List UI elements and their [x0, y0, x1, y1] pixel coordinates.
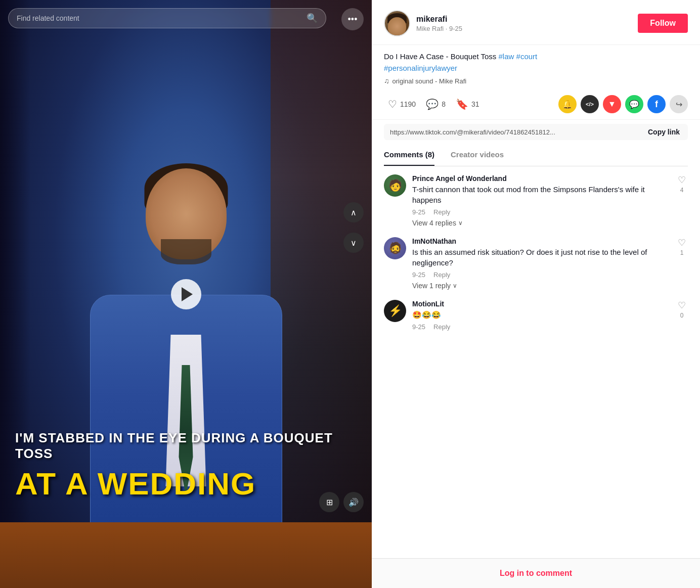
more-options-button[interactable]: •••	[341, 8, 364, 30]
share-forward-button[interactable]: ↪	[670, 95, 688, 113]
hashtag-law[interactable]: #law	[499, 52, 514, 61]
sound-info: ♫ original sound - Mike Rafi	[384, 77, 688, 85]
comment-3-text: 🤩😂😂	[412, 309, 670, 320]
heart-icon: ♡	[388, 98, 397, 110]
comment-1-view-replies-button[interactable]: View 4 replies ∨	[412, 219, 463, 227]
grid-view-button[interactable]: ⊞	[319, 492, 339, 512]
chevron-down-2-icon: ∨	[453, 282, 457, 289]
comment-1-body: Prince Angel of Wonderland T-shirt canno…	[412, 174, 670, 227]
username-label: mikerafi	[416, 15, 638, 24]
sound-icon: 🔊	[348, 497, 359, 507]
sound-label: original sound - Mike Rafi	[392, 77, 467, 85]
person-beard	[161, 239, 211, 264]
comment-1-text: T-shirt cannon that took out mod from th…	[412, 184, 670, 205]
bookmark-action[interactable]: 🔖 31	[452, 95, 484, 113]
right-panel: mikerafi Mike Rafi · 9-25 Follow Do I Ha…	[372, 0, 700, 588]
comment-2-like-count: 1	[680, 249, 684, 256]
comment-1-like-count: 4	[680, 187, 684, 194]
grid-icon: ⊞	[326, 497, 333, 507]
share-whatsapp-button[interactable]: 💬	[625, 95, 643, 113]
avatar-face	[388, 17, 406, 35]
comment-2: 🧔 ImNotNathan Is this an assumed risk si…	[384, 237, 688, 290]
comment-1: 🧑 Prince Angel of Wonderland T-shirt can…	[384, 174, 688, 227]
comment-1-avatar: 🧑	[384, 174, 406, 197]
comment-2-meta: 9-25 Reply	[412, 271, 670, 279]
comment-3-avatar-img: ⚡	[388, 304, 402, 318]
comment-3-like-count: 0	[680, 312, 684, 319]
comment-3-meta: 9-25 Reply	[412, 323, 670, 331]
tabs: Comments (8) Creator videos	[384, 144, 688, 166]
bookmarks-count: 31	[471, 100, 479, 108]
comment-1-meta: 9-25 Reply	[412, 208, 670, 216]
comment-3-username: MotionLit	[412, 300, 670, 308]
search-button[interactable]: 🔍	[307, 13, 318, 24]
comment-3: ⚡ MotionLit 🤩😂😂 9-25 Reply ♡ 0	[384, 300, 688, 331]
user-info: mikerafi Mike Rafi · 9-25	[416, 15, 638, 32]
view-replies-1-label: View 4 replies	[412, 219, 456, 227]
search-bar[interactable]: 🔍	[8, 8, 326, 28]
copy-link-button[interactable]: Copy link	[646, 128, 682, 136]
view-replies-2-label: View 1 reply	[412, 282, 451, 290]
comment-1-avatar-img: 🧑	[384, 174, 406, 197]
comment-1-heart-icon: ♡	[678, 174, 686, 186]
whatsapp-icon: 💬	[629, 100, 639, 109]
comment-2-like[interactable]: ♡ 1	[676, 237, 688, 290]
facebook-icon: f	[655, 99, 658, 110]
hashtag-court[interactable]: #court	[516, 52, 538, 61]
down-arrow-icon: ∨	[351, 238, 357, 248]
comment-2-username: ImNotNathan	[412, 237, 670, 245]
person-suit	[90, 295, 282, 548]
likes-count: 1190	[400, 100, 416, 108]
code-icon: </>	[586, 101, 594, 107]
comment-1-reply-button[interactable]: Reply	[433, 208, 450, 216]
follow-button[interactable]: Follow	[638, 14, 688, 33]
comment-3-like[interactable]: ♡ 0	[676, 300, 688, 331]
avatar	[384, 10, 410, 36]
chevron-down-icon: ∨	[458, 219, 463, 227]
search-input[interactable]	[17, 14, 307, 22]
comment-icon: 💬	[426, 98, 439, 110]
login-to-comment-button[interactable]: Log in to comment	[500, 569, 572, 578]
share-icons: 🔔 </> ▼ 💬 f ↪	[558, 95, 688, 113]
play-button[interactable]	[171, 279, 201, 309]
video-text-lower: AT A WEDDING	[15, 468, 357, 500]
post-description: Do I Have A Case - Bouquet Toss #law #co…	[372, 45, 700, 91]
comment-1-date: 9-25	[412, 208, 425, 216]
comment-3-reply-button[interactable]: Reply	[433, 323, 450, 331]
comment-2-avatar-img: 🧔	[384, 237, 406, 259]
more-dots-icon: •••	[348, 14, 358, 25]
comment-3-avatar: ⚡	[384, 300, 406, 322]
comment-3-date: 9-25	[412, 323, 425, 331]
comment-2-date: 9-25	[412, 271, 425, 279]
share-code-button[interactable]: </>	[581, 95, 599, 113]
like-action[interactable]: ♡ 1190	[384, 95, 420, 113]
comment-2-view-replies-button[interactable]: View 1 reply ∨	[412, 282, 457, 290]
video-text-upper: I'M STABBED IN THE EYE DURING A BOUQUET …	[15, 430, 357, 462]
share-notification-button[interactable]: 🔔	[558, 95, 577, 113]
comment-2-heart-icon: ♡	[678, 237, 686, 248]
hashtag-personalinjurylawyer[interactable]: #personalinjurylawyer	[384, 64, 457, 72]
tab-creator-videos[interactable]: Creator videos	[451, 144, 504, 166]
tiktok-icon: ▼	[608, 100, 616, 109]
comment-2-text: Is this an assumed risk situation? Or do…	[412, 247, 670, 268]
comment-2-reply-button[interactable]: Reply	[433, 271, 450, 279]
comments-section: 🧑 Prince Angel of Wonderland T-shirt can…	[372, 166, 700, 558]
link-text: https://www.tiktok.com/@mikerafi/video/7…	[390, 128, 642, 136]
post-title: Do I Have A Case - Bouquet Toss #law #co…	[384, 51, 688, 74]
person-head	[146, 168, 227, 259]
login-footer: Log in to comment	[372, 558, 700, 588]
up-arrow-icon: ∧	[351, 208, 357, 217]
nav-up-button[interactable]: ∧	[343, 202, 364, 222]
comment-2-body: ImNotNathan Is this an assumed risk situ…	[412, 237, 670, 290]
share-facebook-button[interactable]: f	[647, 95, 666, 113]
tab-comments[interactable]: Comments (8)	[384, 144, 434, 166]
share-tiktok-button[interactable]: ▼	[603, 95, 621, 113]
nav-down-button[interactable]: ∨	[343, 233, 364, 253]
comment-action[interactable]: 💬 8	[422, 95, 450, 113]
notification-icon: 🔔	[562, 100, 573, 109]
comment-1-like[interactable]: ♡ 4	[676, 174, 688, 227]
bookmark-icon: 🔖	[456, 98, 468, 110]
comment-3-heart-icon: ♡	[678, 300, 686, 311]
action-bar: ♡ 1190 💬 8 🔖 31 🔔 </> ▼ 💬	[372, 91, 700, 120]
sound-button[interactable]: 🔊	[343, 492, 364, 512]
